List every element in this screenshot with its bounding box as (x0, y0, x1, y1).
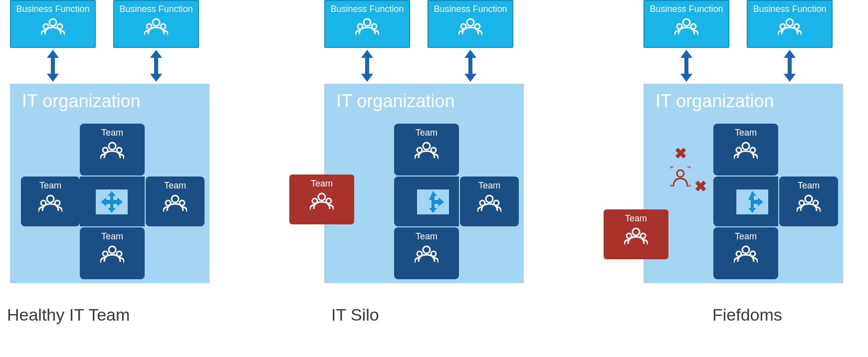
four-way-arrows-icon (101, 191, 123, 213)
double-arrow-icon (47, 50, 59, 82)
team-label: Team (460, 180, 519, 191)
team-label: Team (779, 180, 838, 191)
business-function-row: Business Function Business Function (644, 0, 863, 48)
panel-healthy: Business Function Business Function IT o… (5, 0, 284, 325)
business-function-box: Business Function (10, 0, 96, 48)
team-box-bottom: Team (394, 227, 459, 279)
people-icon (144, 16, 168, 36)
people-icon (477, 193, 501, 213)
detached-team-box: Team (289, 175, 354, 224)
business-function-label: Business Function (325, 4, 409, 14)
people-icon (100, 140, 124, 160)
team-label: Team (394, 231, 459, 242)
people-icon (41, 16, 65, 36)
team-box-bottom: Team (713, 227, 778, 279)
business-function-row: Business Function Business Function (10, 0, 284, 48)
people-icon (38, 193, 62, 213)
people-icon (778, 16, 802, 36)
diagram-row: Business Function Business Function IT o… (0, 0, 868, 325)
it-org-title: IT organization (10, 84, 210, 112)
it-organization-container: IT organization Team Team Team ✖ ✖ (644, 84, 843, 283)
it-org-title: IT organization (324, 84, 524, 112)
team-box-left: Team (21, 177, 80, 226)
team-box-bottom: Team (80, 227, 145, 279)
panel-caption: Fiefdoms (712, 305, 863, 325)
double-arrow-icon (784, 50, 796, 82)
double-arrow-icon (680, 50, 692, 82)
business-function-box: Business Function (324, 0, 410, 48)
team-box-top: Team (80, 124, 145, 176)
people-icon (415, 244, 438, 264)
people-icon (100, 244, 124, 264)
business-function-row: Business Function Business Function (324, 0, 574, 48)
double-arrow-icon (150, 50, 162, 82)
business-function-label: Business Function (748, 4, 832, 14)
team-label: Team (146, 180, 205, 191)
people-icon (674, 16, 698, 36)
double-arrow-icon (361, 50, 373, 82)
detached-team-box: Team (604, 209, 668, 259)
team-box-top: Team (713, 124, 778, 176)
team-label: Team (80, 128, 145, 138)
x-mark-icon: ✖ (674, 145, 687, 162)
team-label: Team (80, 231, 145, 242)
x-mark-icon: ✖ (694, 178, 707, 195)
isolated-person-icon (670, 167, 690, 186)
it-organization-container: IT organization Team Team Team (324, 84, 524, 283)
center-arrows-box (417, 189, 449, 214)
vertical-links (644, 48, 863, 84)
business-function-box: Business Function (644, 0, 729, 48)
team-label: Team (713, 231, 778, 242)
vertical-links (10, 48, 284, 84)
people-icon (458, 16, 482, 36)
people-icon (415, 140, 438, 160)
team-label: Team (604, 213, 668, 224)
vertical-links (324, 48, 574, 84)
double-arrow-icon (464, 50, 476, 82)
business-function-box: Business Function (747, 0, 833, 48)
it-organization-container: IT organization Team Team Team Team (10, 84, 210, 283)
panel-fiefdoms: Business Function Business Function IT o… (584, 0, 863, 325)
team-label: Team (394, 128, 459, 138)
business-function-box: Business Function (428, 0, 513, 48)
business-function-label: Business Function (114, 4, 198, 14)
business-function-label: Business Function (645, 4, 728, 14)
people-icon (624, 226, 648, 246)
team-label: Team (289, 178, 354, 189)
team-label: Team (713, 128, 778, 138)
center-arrows-box (736, 189, 768, 214)
team-box-right: Team (146, 177, 205, 226)
it-org-title: IT organization (644, 84, 843, 112)
team-box-right: Team (779, 177, 838, 226)
people-icon (355, 16, 379, 36)
panel-caption: Healthy IT Team (7, 305, 284, 325)
business-function-label: Business Function (429, 4, 512, 14)
business-function-label: Business Function (11, 4, 95, 14)
team-label: Team (21, 180, 80, 191)
panel-silo: Business Function Business Function IT o… (294, 0, 574, 325)
team-box-right: Team (460, 177, 519, 226)
three-way-arrows-icon (422, 191, 444, 213)
panel-caption: IT Silo (331, 305, 574, 325)
team-box-top: Team (394, 124, 459, 176)
people-icon (734, 140, 758, 160)
people-icon (797, 193, 821, 213)
center-arrows-box (96, 189, 128, 214)
business-function-box: Business Function (113, 0, 199, 48)
three-way-arrows-icon (741, 191, 763, 213)
people-icon (310, 191, 334, 211)
people-icon (163, 193, 187, 213)
people-icon (734, 244, 758, 264)
